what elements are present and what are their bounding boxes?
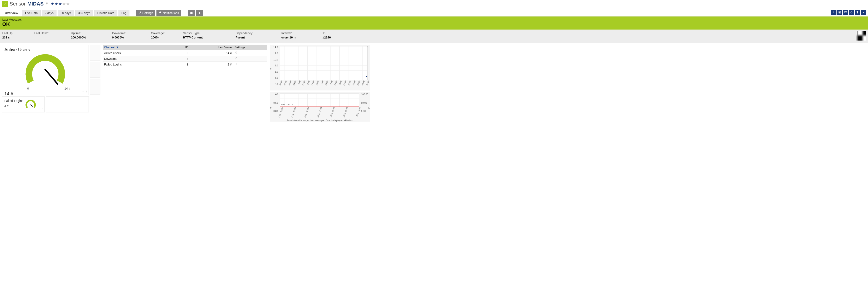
- cell-settings[interactable]: [233, 56, 268, 62]
- downtime-value: 0.0000%: [112, 36, 151, 39]
- settings-button[interactable]: Settings: [136, 10, 156, 16]
- stats-strip: Last Up: 232 s Last Down: Uptime: 100.00…: [0, 30, 868, 43]
- svg-rect-1: [199, 12, 200, 14]
- bell-icon: [159, 11, 161, 15]
- gauge-secondary-title: Failed Logins: [4, 99, 23, 103]
- col-id[interactable]: ID: [171, 45, 190, 50]
- svg-point-5: [839, 12, 840, 13]
- gauge-primary-dial: [4, 52, 86, 87]
- svg-point-8: [83, 91, 84, 92]
- gauge-primary-value: 14 #: [4, 91, 86, 97]
- delete-button[interactable]: [855, 9, 860, 15]
- tile-icon-button[interactable]: [196, 10, 203, 16]
- col-channel[interactable]: Channel ▼: [103, 45, 171, 50]
- status-banner: Last Message: OK: [0, 17, 868, 30]
- cell-channel[interactable]: Failed Logins: [103, 62, 171, 67]
- notifications-button[interactable]: Notifications: [156, 10, 181, 16]
- gauge-thumbnail-2[interactable]: [90, 62, 100, 78]
- two-days-plot: Max: 0.000 #: [280, 93, 359, 107]
- last-message-value: OK: [2, 21, 866, 27]
- wrench-icon: [138, 11, 141, 15]
- gauge-gear-icon[interactable]: [37, 107, 40, 111]
- coverage-label: Coverage:: [151, 31, 183, 35]
- cell-channel[interactable]: Active Users: [103, 50, 171, 56]
- coverage-value: 100%: [151, 36, 183, 39]
- two-days-inner-max: Max: 0.000 #: [281, 104, 293, 106]
- sensor-type-label: Sensor: [10, 1, 26, 7]
- uptime-label: Uptime:: [71, 31, 112, 35]
- refresh-button[interactable]: [849, 9, 854, 15]
- live-graph-card[interactable]: Live Graph, 20 hours Max: 14.00 # # 14.0…: [270, 45, 370, 90]
- cell-last-value: 2 #: [190, 62, 233, 67]
- downtime-label: Downtime:: [112, 31, 151, 35]
- gauge-thumbnail-1[interactable]: [90, 45, 100, 61]
- gauge-empty-slot[interactable]: [46, 97, 89, 112]
- svg-point-10: [39, 109, 39, 109]
- tab-live-data[interactable]: Live Data: [22, 10, 41, 16]
- gauge-primary-min: 0: [27, 87, 29, 90]
- table-row: Failed Logins 1 2 #: [103, 62, 268, 67]
- gauge-primary-title: Active Users: [4, 47, 86, 52]
- sensor-type-label2: Sensor Type:: [183, 31, 236, 35]
- sensor-name[interactable]: MIDAS: [27, 1, 44, 7]
- gauge-active-users[interactable]: Active Users 0 14 # 14 #: [2, 45, 89, 95]
- two-days-y2ticks: 100.0050.000.00: [361, 93, 369, 112]
- gauge-gear-icon[interactable]: [82, 90, 84, 94]
- sort-down-icon: ▼: [116, 46, 119, 49]
- menu-dropdown-button[interactable]: [861, 9, 866, 15]
- tab-overview[interactable]: Overview: [2, 10, 21, 16]
- last-up-label: Last Up:: [2, 31, 34, 35]
- id-label: ID:: [322, 31, 350, 35]
- tab-historic-data[interactable]: Historic Data: [94, 10, 117, 16]
- two-days-graph-card[interactable]: 2 days # % 1.000.500.00 100.0050.000.00 …: [270, 92, 370, 122]
- priority-stars[interactable]: [51, 2, 70, 6]
- gauge-thumbnail-3[interactable]: [90, 79, 100, 94]
- flag-icon[interactable]: [45, 2, 49, 6]
- tab-2-days[interactable]: 2 days: [42, 10, 57, 16]
- live-graph-plot: [280, 46, 368, 80]
- svg-line-6: [45, 70, 58, 84]
- dependency-value: Parent: [236, 36, 281, 39]
- gauge-pin-icon[interactable]: [85, 90, 88, 94]
- svg-point-13: [236, 64, 236, 64]
- pause-button[interactable]: [831, 9, 836, 15]
- svg-point-7: [44, 69, 46, 70]
- two-days-xticks: 17/11 12:0017/11 18:0018/11 00:0018/11 0…: [280, 107, 359, 118]
- uptime-value: 100.0000%: [71, 36, 112, 39]
- tab-30-days[interactable]: 30 days: [58, 10, 74, 16]
- last-message-label: Last Message:: [2, 18, 866, 21]
- cell-settings[interactable]: [233, 62, 268, 67]
- gauge-secondary-value: 2 #: [4, 104, 23, 107]
- col-settings[interactable]: Settings: [233, 45, 268, 50]
- interval-value: every 10 m: [281, 36, 322, 39]
- mail-button[interactable]: [843, 9, 848, 15]
- svg-point-12: [236, 58, 236, 59]
- ticket-icon-button[interactable]: [188, 10, 195, 16]
- svg-point-11: [236, 52, 236, 53]
- cell-last-value: [190, 56, 233, 62]
- svg-rect-3: [834, 11, 834, 13]
- gauge-secondary-dial: [25, 99, 36, 110]
- live-graph-xticks: 06:0007:0008:0009:0010:0011:0012:0013:00…: [280, 80, 369, 86]
- qr-code-icon[interactable]: [857, 31, 866, 40]
- gauge-primary-max: 14 #: [64, 87, 70, 90]
- cell-settings[interactable]: [233, 50, 268, 56]
- gauge-pin-icon[interactable]: [41, 107, 43, 111]
- status-ok-icon: [2, 1, 8, 7]
- tab-365-days[interactable]: 365 days: [75, 10, 93, 16]
- channels-table: Channel ▼ ID Last Value Settings Active …: [103, 45, 268, 67]
- svg-rect-0: [190, 12, 193, 14]
- cell-id: 0: [171, 50, 190, 56]
- gauge-failed-logins[interactable]: Failed Logins 2 #: [2, 97, 44, 112]
- cell-id: -4: [171, 56, 190, 62]
- table-row: Active Users 0 14 #: [103, 50, 268, 56]
- col-last-value[interactable]: Last Value: [190, 45, 233, 50]
- scan-now-button[interactable]: [837, 9, 842, 15]
- two-days-yticks: 1.000.500.00: [271, 93, 278, 112]
- tab-log[interactable]: Log: [119, 10, 129, 16]
- table-row: Downtime -4: [103, 56, 268, 62]
- cell-id: 1: [171, 62, 190, 67]
- cell-channel[interactable]: Downtime: [103, 56, 171, 62]
- live-graph-yticks: 14.012.010.08.06.04.02.0: [271, 46, 278, 85]
- two-days-footer: Scan interval is longer than averages. D…: [271, 118, 369, 122]
